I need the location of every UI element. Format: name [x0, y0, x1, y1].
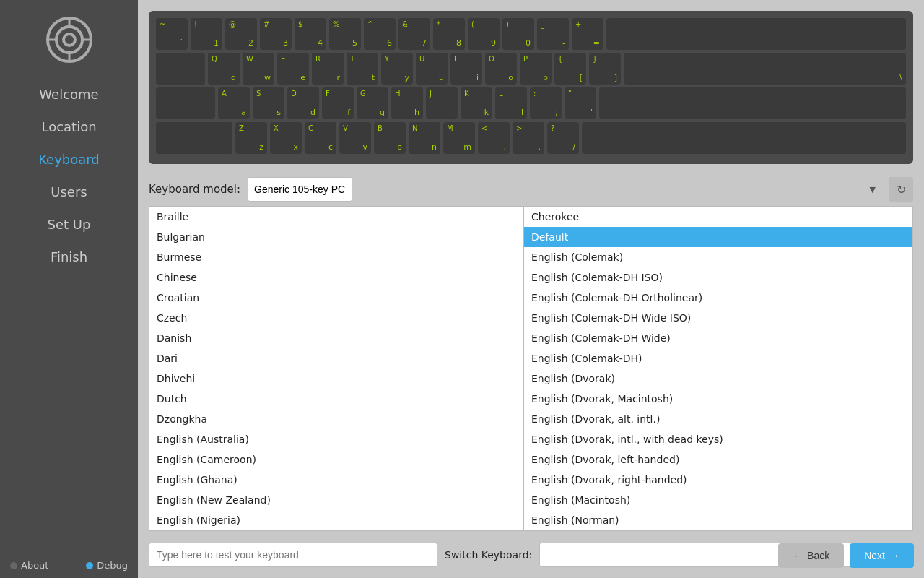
key-e[interactable]: Ee	[277, 53, 309, 85]
sidebar-item-finish[interactable]: Finish	[0, 241, 138, 273]
key-l[interactable]: Ll	[495, 87, 527, 119]
key-semicolon[interactable]: :;	[530, 87, 562, 119]
key-minus[interactable]: _-	[537, 18, 569, 50]
key-0[interactable]: )0	[502, 18, 534, 50]
key-rbracket[interactable]: }]	[589, 53, 621, 85]
key-c[interactable]: Cc	[305, 122, 336, 154]
keyboard-test-input[interactable]	[149, 543, 437, 567]
key-r[interactable]: Rr	[312, 53, 344, 85]
key-2[interactable]: @2	[225, 18, 257, 50]
key-6[interactable]: ^6	[364, 18, 396, 50]
key-h[interactable]: Hh	[391, 87, 423, 119]
key-s[interactable]: Ss	[253, 87, 284, 119]
about-button[interactable]: About	[10, 560, 48, 571]
key-5[interactable]: %5	[329, 18, 361, 50]
key-z[interactable]: Zz	[235, 122, 267, 154]
next-button[interactable]: Next →	[850, 543, 914, 568]
key-f[interactable]: Ff	[322, 87, 354, 119]
key-u[interactable]: Uu	[416, 53, 448, 85]
key-o[interactable]: Oo	[485, 53, 517, 85]
key-shift-right[interactable]	[582, 122, 906, 154]
key-backspace[interactable]	[606, 18, 906, 50]
lang-item-english-new-zealand[interactable]: English (New Zealand)	[149, 490, 523, 510]
variant-item-colemak-dh-iso[interactable]: English (Colemak-DH ISO)	[524, 267, 912, 288]
variant-item-dvorak-intl-dead[interactable]: English (Dvorak, intl., with dead keys)	[524, 429, 912, 449]
key-comma[interactable]: <,	[478, 122, 510, 154]
lang-item-burmese[interactable]: Burmese	[149, 247, 523, 267]
lang-item-dari[interactable]: Dari	[149, 348, 523, 368]
key-enter[interactable]	[599, 87, 906, 119]
key-k[interactable]: Kk	[461, 87, 492, 119]
key-tab[interactable]	[156, 53, 205, 85]
key-v[interactable]: Vv	[339, 122, 371, 154]
variant-item-dvorak[interactable]: English (Dvorak)	[524, 368, 912, 389]
lang-item-english-australia[interactable]: English (Australia)	[149, 429, 523, 449]
debug-button[interactable]: Debug	[86, 560, 128, 571]
lang-item-czech[interactable]: Czech	[149, 308, 523, 328]
key-t[interactable]: Tt	[346, 53, 378, 85]
lang-item-bulgarian[interactable]: Bulgarian	[149, 227, 523, 247]
key-g[interactable]: Gg	[357, 87, 388, 119]
keyboard-model-select[interactable]: Generic 105-key PC	[248, 177, 352, 202]
variant-item-macintosh[interactable]: English (Macintosh)	[524, 490, 912, 510]
sidebar-item-location[interactable]: Location	[0, 111, 138, 143]
refresh-button[interactable]: ↻	[889, 177, 913, 202]
lang-item-braille[interactable]: Braille	[149, 207, 523, 227]
key-shift-left[interactable]	[156, 122, 232, 154]
language-list[interactable]: Braille Bulgarian Burmese Chinese Croati…	[149, 206, 524, 531]
key-d[interactable]: Dd	[287, 87, 319, 119]
lang-item-english-nigeria[interactable]: English (Nigeria)	[149, 510, 523, 530]
key-3[interactable]: #3	[260, 18, 292, 50]
key-backtick[interactable]: ~`	[156, 18, 188, 50]
key-backslash[interactable]: \	[624, 53, 906, 85]
key-j[interactable]: Jj	[426, 87, 458, 119]
variant-item-norman[interactable]: English (Norman)	[524, 510, 912, 530]
key-a[interactable]: Aa	[218, 87, 250, 119]
lang-item-chinese[interactable]: Chinese	[149, 267, 523, 288]
key-capslock[interactable]	[156, 87, 215, 119]
variant-item-cherokee[interactable]: Cherokee	[524, 207, 912, 227]
lang-item-english-cameroon[interactable]: English (Cameroon)	[149, 449, 523, 470]
key-i[interactable]: Ii	[450, 53, 482, 85]
back-button[interactable]: ← Back	[778, 543, 844, 568]
variant-item-dvorak-mac[interactable]: English (Dvorak, Macintosh)	[524, 389, 912, 409]
variant-item-us-symbolic[interactable]: English (US, Symbolic)	[524, 530, 912, 531]
key-n[interactable]: Nn	[409, 122, 440, 154]
lang-item-dhivehi[interactable]: Dhivehi	[149, 368, 523, 389]
key-p[interactable]: Pp	[520, 53, 552, 85]
variant-item-dvorak-alt-intl[interactable]: English (Dvorak, alt. intl.)	[524, 409, 912, 429]
sidebar-item-welcome[interactable]: Welcome	[0, 78, 138, 111]
key-slash[interactable]: ?/	[547, 122, 579, 154]
key-q[interactable]: Qq	[208, 53, 240, 85]
variant-item-colemak-dh[interactable]: English (Colemak-DH)	[524, 348, 912, 368]
variant-item-colemak[interactable]: English (Colemak)	[524, 247, 912, 267]
key-b[interactable]: Bb	[374, 122, 406, 154]
key-9[interactable]: (9	[468, 18, 500, 50]
key-1[interactable]: !1	[191, 18, 222, 50]
key-y[interactable]: Yy	[381, 53, 413, 85]
variant-list[interactable]: Cherokee Default English (Colemak) Engli…	[524, 206, 913, 531]
lang-item-english-south-africa[interactable]: English (South Africa)	[149, 530, 523, 531]
lang-item-danish[interactable]: Danish	[149, 328, 523, 348]
key-8[interactable]: *8	[433, 18, 465, 50]
lang-item-english-ghana[interactable]: English (Ghana)	[149, 470, 523, 490]
key-7[interactable]: &7	[398, 18, 430, 50]
key-period[interactable]: >.	[513, 122, 544, 154]
key-lbracket[interactable]: {[	[554, 53, 586, 85]
key-m[interactable]: Mm	[443, 122, 475, 154]
lang-item-croatian[interactable]: Croatian	[149, 288, 523, 308]
key-x[interactable]: Xx	[270, 122, 302, 154]
key-equals[interactable]: +=	[572, 18, 603, 50]
variant-item-dvorak-right[interactable]: English (Dvorak, right-handed)	[524, 470, 912, 490]
variant-item-colemak-dh-ortholinear[interactable]: English (Colemak-DH Ortholinear)	[524, 288, 912, 308]
variant-item-colemak-dh-wide-iso[interactable]: English (Colemak-DH Wide ISO)	[524, 308, 912, 328]
lang-item-dutch[interactable]: Dutch	[149, 389, 523, 409]
variant-item-colemak-dh-wide[interactable]: English (Colemak-DH Wide)	[524, 328, 912, 348]
key-w[interactable]: Ww	[243, 53, 274, 85]
sidebar-item-users[interactable]: Users	[0, 176, 138, 208]
sidebar-item-keyboard[interactable]: Keyboard	[0, 143, 138, 176]
lang-item-dzongkha[interactable]: Dzongkha	[149, 409, 523, 429]
variant-item-dvorak-left[interactable]: English (Dvorak, left-handed)	[524, 449, 912, 470]
key-4[interactable]: $4	[295, 18, 326, 50]
key-quote[interactable]: "'	[565, 87, 596, 119]
